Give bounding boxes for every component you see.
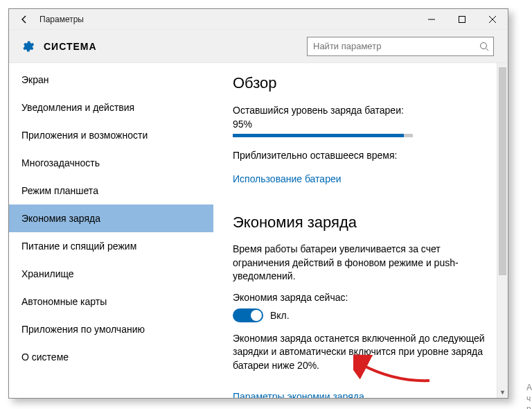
search-box[interactable] — [307, 37, 494, 56]
sidebar-item[interactable]: Приложения и возможности — [9, 121, 213, 149]
maximize-icon — [459, 16, 466, 23]
svg-line-3 — [486, 48, 489, 51]
saver-now-label: Экономия заряда сейчас: — [233, 292, 488, 303]
maximize-button[interactable] — [447, 9, 477, 30]
close-button[interactable] — [477, 9, 508, 30]
saver-toggle[interactable] — [233, 308, 263, 322]
minimize-icon — [428, 16, 435, 23]
sidebar-item[interactable]: Экран — [9, 66, 213, 94]
saver-settings-link[interactable]: Параметры экономии заряда — [233, 391, 364, 398]
arrow-left-icon — [19, 15, 29, 24]
section-title: СИСТЕМА — [44, 41, 97, 52]
battery-progress-fill — [233, 134, 404, 137]
sidebar-item[interactable]: О системе — [9, 343, 213, 371]
cropped-text: Ачр — [526, 383, 532, 409]
minimize-button[interactable] — [416, 9, 447, 30]
search-input[interactable] — [313, 41, 479, 51]
battery-remaining-value: 95% — [233, 119, 488, 130]
gear-icon — [20, 39, 35, 54]
window-title: Параметры — [39, 15, 84, 24]
titlebar: Параметры — [9, 9, 508, 30]
sidebar: ЭкранУведомления и действияПриложения и … — [9, 63, 213, 398]
sidebar-item[interactable]: Приложения по умолчанию — [9, 315, 213, 343]
search-icon — [479, 42, 489, 51]
sidebar-item[interactable]: Хранилище — [9, 260, 213, 288]
overview-heading: Обзор — [233, 74, 488, 92]
header: СИСТЕМА — [9, 30, 508, 63]
sidebar-item[interactable]: Экономия заряда — [9, 204, 213, 232]
close-icon — [489, 16, 496, 23]
svg-rect-1 — [459, 16, 466, 22]
scrollbar-thumb[interactable] — [499, 67, 506, 275]
toggle-state-label: Вкл. — [270, 310, 290, 321]
sidebar-item[interactable]: Режим планшета — [9, 177, 213, 204]
battery-remaining-label: Оставшийся уровень заряда батареи: — [233, 105, 488, 116]
sidebar-item[interactable]: Автономные карты — [9, 288, 213, 315]
back-button[interactable] — [9, 9, 39, 30]
saver-note: Экономия заряда останется включенной до … — [233, 332, 488, 373]
time-remaining-label: Приблизительно оставшееся время: — [233, 150, 488, 161]
svg-point-2 — [481, 42, 487, 49]
saver-heading: Экономия заряда — [233, 214, 488, 232]
battery-progress — [233, 134, 413, 137]
vertical-scrollbar[interactable]: ▲ ▼ — [497, 63, 508, 398]
scroll-down-icon[interactable]: ▼ — [497, 387, 508, 398]
sidebar-item[interactable]: Уведомления и действия — [9, 94, 213, 121]
battery-usage-link[interactable]: Использование батареи — [233, 173, 342, 184]
settings-window: Параметры СИСТЕМА ЭкранУведомления и дей… — [8, 8, 508, 399]
content-area: ЭкранУведомления и действияПриложения и … — [9, 63, 508, 398]
main-panel: Обзор Оставшийся уровень заряда батареи:… — [213, 63, 508, 398]
saver-toggle-row: Вкл. — [233, 308, 488, 322]
saver-description: Время работы батареи увеличивается за сч… — [233, 243, 488, 284]
sidebar-item[interactable]: Питание и спящий режим — [9, 232, 213, 260]
toggle-knob — [251, 310, 262, 321]
sidebar-item[interactable]: Многозадачность — [9, 149, 213, 177]
